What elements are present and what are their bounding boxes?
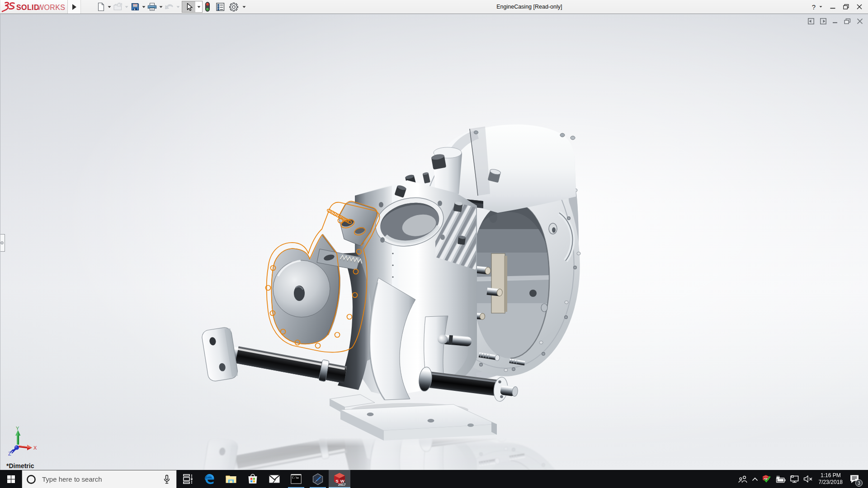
- logo-text-works: WORKS: [37, 4, 65, 11]
- minimize-button[interactable]: [830, 4, 835, 9]
- edge-icon: [203, 473, 215, 485]
- search-placeholder-text: Type here to search: [42, 475, 163, 483]
- settings-gear-button[interactable]: [228, 1, 239, 13]
- volume-muted-icon[interactable]: [802, 470, 816, 488]
- triad-z-label: Z: [8, 451, 11, 455]
- triad-y-label: Y: [16, 426, 19, 431]
- logo-text-solid: SOLID: [16, 4, 39, 11]
- microphone-icon[interactable]: [163, 474, 170, 484]
- rebuild-traffic-light-button[interactable]: [203, 1, 212, 13]
- action-center-button[interactable]: 3: [846, 470, 864, 488]
- solidworks-logo[interactable]: SOLID WORKS: [0, 0, 68, 14]
- print-button[interactable]: [146, 1, 158, 13]
- solidworks-app-icon: SW2017: [333, 472, 346, 486]
- engine-casing-model[interactable]: [0, 14, 868, 470]
- settings-dropdown[interactable]: [241, 1, 247, 13]
- tray-date: 7/23/2018: [819, 479, 843, 485]
- select-tool-button[interactable]: [182, 1, 195, 12]
- command-prompt-button[interactable]: C:\: [285, 470, 307, 488]
- flyout-arrow-icon: [72, 4, 77, 10]
- help-button[interactable]: ?: [812, 3, 816, 11]
- feature-manager-collapsed-tab[interactable]: [0, 234, 5, 252]
- undo-button-disabled[interactable]: [164, 1, 175, 13]
- cortana-icon: [26, 474, 36, 484]
- close-button[interactable]: [857, 4, 862, 9]
- panel-handle-dot: [0, 241, 4, 244]
- edge-button[interactable]: [198, 470, 220, 488]
- cmd-prompt-text: C:\: [292, 476, 297, 479]
- tray-clock[interactable]: 1:16 PM7/23/2018: [816, 472, 846, 486]
- start-button[interactable]: [0, 470, 22, 488]
- print-dropdown[interactable]: [158, 1, 164, 13]
- taskbar-search-input[interactable]: Type here to search: [22, 470, 177, 488]
- store-button[interactable]: [242, 470, 264, 488]
- options-list-button[interactable]: [214, 1, 226, 13]
- save-button[interactable]: [129, 1, 141, 13]
- help-dropdown[interactable]: [819, 6, 822, 8]
- restore-button[interactable]: [843, 4, 849, 9]
- tray-time: 1:16 PM: [821, 472, 841, 479]
- floor-reflection: [201, 378, 594, 470]
- window-controls: ?: [812, 3, 868, 11]
- solidworks-taskbar-button[interactable]: SW2017: [329, 470, 350, 488]
- solidworks-year-badge: 2017: [338, 483, 346, 486]
- new-document-button[interactable]: [95, 1, 106, 13]
- view-orientation-label: *Dimetric: [6, 462, 34, 469]
- save-dropdown[interactable]: [141, 1, 146, 13]
- select-tool-combo: [182, 1, 203, 13]
- titlebar: SOLID WORKS: [0, 0, 868, 14]
- solidworks-logo-icon: SOLID WORKS: [1, 1, 67, 13]
- store-icon: [247, 474, 258, 484]
- orientation-triad: Y X Z: [5, 425, 40, 455]
- notification-badge: 3: [855, 479, 863, 487]
- solidworks-monitor-tray-icon[interactable]: SW: [760, 470, 773, 488]
- menu-flyout-button[interactable]: [68, 0, 81, 14]
- select-tool-dropdown[interactable]: [195, 1, 202, 12]
- hex-tool-button[interactable]: [307, 470, 329, 488]
- people-icon[interactable]: [736, 470, 750, 488]
- doc-restore-button[interactable]: [844, 18, 851, 24]
- system-tray: SW 1:16 PM7/23/2018 3: [736, 470, 868, 488]
- doc-minimize-button[interactable]: [832, 18, 838, 24]
- open-dropdown-disabled[interactable]: [123, 1, 129, 13]
- battery-icon[interactable]: [773, 470, 788, 488]
- graphics-viewport[interactable]: Y X Z *Dimetric: [0, 14, 868, 470]
- hex-tool-icon: [312, 473, 324, 485]
- window-title: EngineCasing [Read-only]: [247, 4, 812, 10]
- command-prompt-icon: C:\: [290, 474, 302, 484]
- windows-logo-icon: [7, 475, 15, 483]
- mail-icon: [269, 474, 280, 484]
- left-shaft-bracket: [201, 327, 239, 382]
- mail-button[interactable]: [264, 470, 285, 488]
- document-window-controls: [808, 18, 863, 24]
- task-view-icon: [182, 474, 193, 484]
- tile-right-button[interactable]: [820, 18, 826, 24]
- file-explorer-icon: [225, 474, 237, 484]
- windows-taskbar: Type here to search C:\ SW2017 SW 1:16 P…: [0, 470, 868, 488]
- hidden-icons-chevron[interactable]: [750, 470, 760, 488]
- quick-access-toolbar: [95, 0, 247, 14]
- open-button-disabled[interactable]: [112, 1, 123, 13]
- undo-dropdown-disabled[interactable]: [175, 1, 181, 13]
- triad-x-label: X: [33, 445, 37, 450]
- tile-left-button[interactable]: [808, 18, 814, 24]
- network-icon[interactable]: [788, 470, 802, 488]
- doc-close-button[interactable]: [857, 18, 863, 24]
- task-view-button[interactable]: [177, 470, 198, 488]
- file-explorer-button[interactable]: [220, 470, 242, 488]
- new-document-dropdown[interactable]: [106, 1, 112, 13]
